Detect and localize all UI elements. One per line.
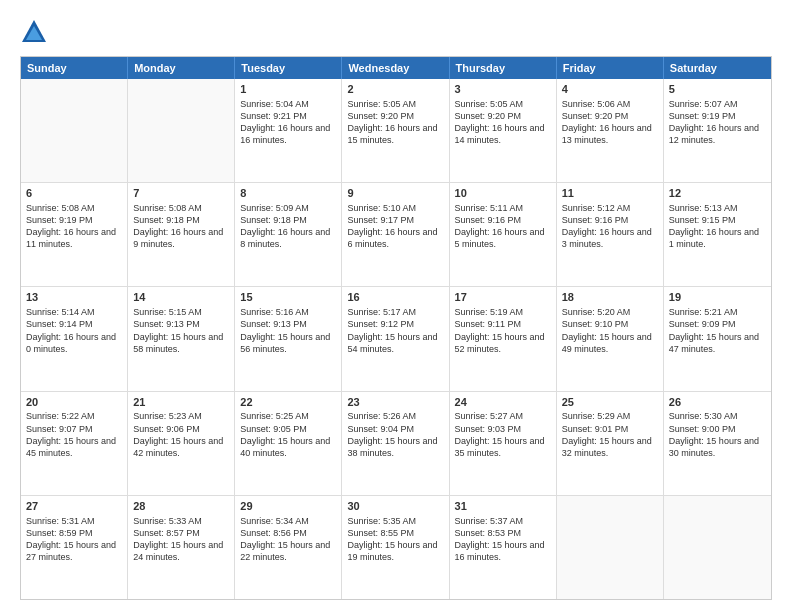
calendar-row: 1Sunrise: 5:04 AMSunset: 9:21 PMDaylight…: [21, 79, 771, 182]
weekday-header: Thursday: [450, 57, 557, 79]
calendar-cell: 1Sunrise: 5:04 AMSunset: 9:21 PMDaylight…: [235, 79, 342, 182]
calendar-row: 20Sunrise: 5:22 AMSunset: 9:07 PMDayligh…: [21, 391, 771, 495]
calendar-cell: 23Sunrise: 5:26 AMSunset: 9:04 PMDayligh…: [342, 392, 449, 495]
calendar-cell: 20Sunrise: 5:22 AMSunset: 9:07 PMDayligh…: [21, 392, 128, 495]
day-info: Sunrise: 5:17 AMSunset: 9:12 PMDaylight:…: [347, 306, 443, 355]
day-info: Sunrise: 5:33 AMSunset: 8:57 PMDaylight:…: [133, 515, 229, 564]
day-number: 1: [240, 82, 336, 97]
day-number: 8: [240, 186, 336, 201]
calendar-cell: [21, 79, 128, 182]
day-info: Sunrise: 5:23 AMSunset: 9:06 PMDaylight:…: [133, 410, 229, 459]
day-number: 4: [562, 82, 658, 97]
day-info: Sunrise: 5:08 AMSunset: 9:19 PMDaylight:…: [26, 202, 122, 251]
calendar-cell: 7Sunrise: 5:08 AMSunset: 9:18 PMDaylight…: [128, 183, 235, 286]
day-number: 3: [455, 82, 551, 97]
calendar-row: 6Sunrise: 5:08 AMSunset: 9:19 PMDaylight…: [21, 182, 771, 286]
day-number: 19: [669, 290, 766, 305]
day-number: 15: [240, 290, 336, 305]
day-number: 12: [669, 186, 766, 201]
calendar-cell: 2Sunrise: 5:05 AMSunset: 9:20 PMDaylight…: [342, 79, 449, 182]
calendar-cell: 29Sunrise: 5:34 AMSunset: 8:56 PMDayligh…: [235, 496, 342, 599]
day-number: 11: [562, 186, 658, 201]
calendar-cell: 16Sunrise: 5:17 AMSunset: 9:12 PMDayligh…: [342, 287, 449, 390]
calendar-cell: 15Sunrise: 5:16 AMSunset: 9:13 PMDayligh…: [235, 287, 342, 390]
calendar-cell: 26Sunrise: 5:30 AMSunset: 9:00 PMDayligh…: [664, 392, 771, 495]
calendar-cell: 4Sunrise: 5:06 AMSunset: 9:20 PMDaylight…: [557, 79, 664, 182]
day-number: 16: [347, 290, 443, 305]
day-info: Sunrise: 5:07 AMSunset: 9:19 PMDaylight:…: [669, 98, 766, 147]
day-number: 29: [240, 499, 336, 514]
day-number: 5: [669, 82, 766, 97]
day-number: 24: [455, 395, 551, 410]
day-number: 2: [347, 82, 443, 97]
header: [20, 18, 772, 46]
calendar-cell: [128, 79, 235, 182]
day-info: Sunrise: 5:09 AMSunset: 9:18 PMDaylight:…: [240, 202, 336, 251]
day-number: 30: [347, 499, 443, 514]
day-info: Sunrise: 5:05 AMSunset: 9:20 PMDaylight:…: [347, 98, 443, 147]
day-number: 13: [26, 290, 122, 305]
day-info: Sunrise: 5:11 AMSunset: 9:16 PMDaylight:…: [455, 202, 551, 251]
day-info: Sunrise: 5:04 AMSunset: 9:21 PMDaylight:…: [240, 98, 336, 147]
calendar-cell: [664, 496, 771, 599]
calendar-cell: 17Sunrise: 5:19 AMSunset: 9:11 PMDayligh…: [450, 287, 557, 390]
calendar-cell: 11Sunrise: 5:12 AMSunset: 9:16 PMDayligh…: [557, 183, 664, 286]
day-info: Sunrise: 5:16 AMSunset: 9:13 PMDaylight:…: [240, 306, 336, 355]
calendar-cell: 3Sunrise: 5:05 AMSunset: 9:20 PMDaylight…: [450, 79, 557, 182]
weekday-header: Wednesday: [342, 57, 449, 79]
weekday-header: Tuesday: [235, 57, 342, 79]
weekday-header: Sunday: [21, 57, 128, 79]
calendar-cell: 8Sunrise: 5:09 AMSunset: 9:18 PMDaylight…: [235, 183, 342, 286]
day-info: Sunrise: 5:34 AMSunset: 8:56 PMDaylight:…: [240, 515, 336, 564]
day-info: Sunrise: 5:26 AMSunset: 9:04 PMDaylight:…: [347, 410, 443, 459]
calendar-body: 1Sunrise: 5:04 AMSunset: 9:21 PMDaylight…: [21, 79, 771, 599]
calendar: SundayMondayTuesdayWednesdayThursdayFrid…: [20, 56, 772, 600]
calendar-row: 27Sunrise: 5:31 AMSunset: 8:59 PMDayligh…: [21, 495, 771, 599]
day-info: Sunrise: 5:21 AMSunset: 9:09 PMDaylight:…: [669, 306, 766, 355]
calendar-cell: 14Sunrise: 5:15 AMSunset: 9:13 PMDayligh…: [128, 287, 235, 390]
calendar-cell: 30Sunrise: 5:35 AMSunset: 8:55 PMDayligh…: [342, 496, 449, 599]
calendar-cell: 18Sunrise: 5:20 AMSunset: 9:10 PMDayligh…: [557, 287, 664, 390]
day-info: Sunrise: 5:35 AMSunset: 8:55 PMDaylight:…: [347, 515, 443, 564]
day-number: 28: [133, 499, 229, 514]
day-number: 21: [133, 395, 229, 410]
calendar-cell: 19Sunrise: 5:21 AMSunset: 9:09 PMDayligh…: [664, 287, 771, 390]
calendar-cell: [557, 496, 664, 599]
weekday-header: Saturday: [664, 57, 771, 79]
day-number: 31: [455, 499, 551, 514]
calendar-cell: 27Sunrise: 5:31 AMSunset: 8:59 PMDayligh…: [21, 496, 128, 599]
day-info: Sunrise: 5:30 AMSunset: 9:00 PMDaylight:…: [669, 410, 766, 459]
day-info: Sunrise: 5:27 AMSunset: 9:03 PMDaylight:…: [455, 410, 551, 459]
day-info: Sunrise: 5:37 AMSunset: 8:53 PMDaylight:…: [455, 515, 551, 564]
day-number: 26: [669, 395, 766, 410]
calendar-cell: 5Sunrise: 5:07 AMSunset: 9:19 PMDaylight…: [664, 79, 771, 182]
day-number: 25: [562, 395, 658, 410]
calendar-header: SundayMondayTuesdayWednesdayThursdayFrid…: [21, 57, 771, 79]
day-info: Sunrise: 5:06 AMSunset: 9:20 PMDaylight:…: [562, 98, 658, 147]
calendar-cell: 6Sunrise: 5:08 AMSunset: 9:19 PMDaylight…: [21, 183, 128, 286]
day-info: Sunrise: 5:20 AMSunset: 9:10 PMDaylight:…: [562, 306, 658, 355]
calendar-row: 13Sunrise: 5:14 AMSunset: 9:14 PMDayligh…: [21, 286, 771, 390]
calendar-cell: 13Sunrise: 5:14 AMSunset: 9:14 PMDayligh…: [21, 287, 128, 390]
day-info: Sunrise: 5:22 AMSunset: 9:07 PMDaylight:…: [26, 410, 122, 459]
calendar-cell: 28Sunrise: 5:33 AMSunset: 8:57 PMDayligh…: [128, 496, 235, 599]
day-number: 14: [133, 290, 229, 305]
day-number: 27: [26, 499, 122, 514]
weekday-header: Monday: [128, 57, 235, 79]
day-number: 6: [26, 186, 122, 201]
logo-icon: [20, 18, 48, 46]
day-number: 22: [240, 395, 336, 410]
day-number: 17: [455, 290, 551, 305]
day-number: 23: [347, 395, 443, 410]
day-number: 7: [133, 186, 229, 201]
day-info: Sunrise: 5:13 AMSunset: 9:15 PMDaylight:…: [669, 202, 766, 251]
calendar-cell: 10Sunrise: 5:11 AMSunset: 9:16 PMDayligh…: [450, 183, 557, 286]
calendar-cell: 31Sunrise: 5:37 AMSunset: 8:53 PMDayligh…: [450, 496, 557, 599]
day-number: 9: [347, 186, 443, 201]
day-info: Sunrise: 5:15 AMSunset: 9:13 PMDaylight:…: [133, 306, 229, 355]
day-info: Sunrise: 5:25 AMSunset: 9:05 PMDaylight:…: [240, 410, 336, 459]
calendar-cell: 21Sunrise: 5:23 AMSunset: 9:06 PMDayligh…: [128, 392, 235, 495]
day-info: Sunrise: 5:31 AMSunset: 8:59 PMDaylight:…: [26, 515, 122, 564]
day-info: Sunrise: 5:19 AMSunset: 9:11 PMDaylight:…: [455, 306, 551, 355]
calendar-cell: 12Sunrise: 5:13 AMSunset: 9:15 PMDayligh…: [664, 183, 771, 286]
